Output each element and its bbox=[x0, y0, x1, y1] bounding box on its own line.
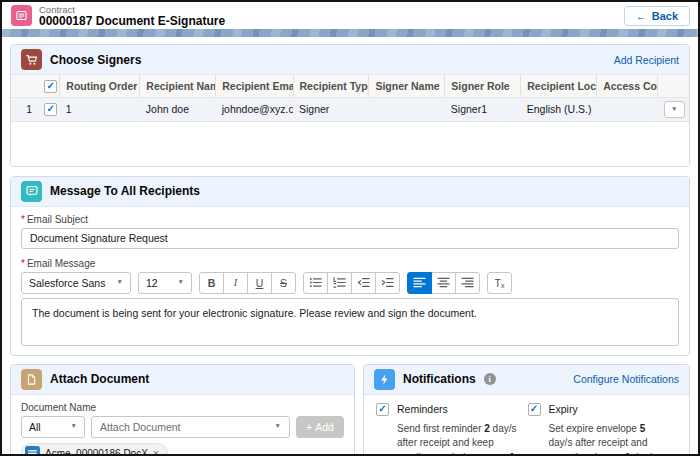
attach-controls: All ▼ Attach Document ▼ + Add bbox=[21, 416, 344, 438]
align-right-icon[interactable] bbox=[455, 272, 480, 294]
document-filter-select[interactable]: All ▼ bbox=[21, 416, 85, 438]
choose-signers-header: Choose Signers Add Recipient bbox=[11, 45, 689, 75]
attach-document-combobox[interactable]: Attach Document ▼ bbox=[91, 416, 290, 438]
record-header-text: Contract 00000187 Document E-Signature bbox=[39, 4, 225, 28]
alignment-group bbox=[407, 272, 480, 294]
configure-notifications-link[interactable]: Configure Notifications bbox=[573, 373, 679, 385]
message-title: Message To All Recipients bbox=[50, 184, 200, 198]
font-family-select[interactable]: Salesforce Sans ▼ bbox=[21, 272, 131, 294]
record-header: Contract 00000187 Document E-Signature bbox=[11, 4, 225, 28]
clear-format-group: Tₓ bbox=[487, 272, 512, 294]
reminders-option: ✓ Reminders Send first reminder 2 day/s … bbox=[376, 403, 528, 456]
attach-document-body: Document Name All ▼ Attach Document ▼ + bbox=[11, 395, 354, 456]
required-marker: * bbox=[21, 214, 25, 225]
row-actions-cell: ▼ bbox=[658, 97, 689, 121]
expiry-description: Set expire envelope 5 day/s after receip… bbox=[549, 422, 670, 456]
back-button-label: Back bbox=[652, 10, 678, 22]
reminders-checkbox[interactable]: ✓ bbox=[376, 403, 389, 416]
email-subject-label: *Email Subject bbox=[21, 214, 679, 225]
expiry-option: ✓ Expiry Set expire envelope 5 day/s aft… bbox=[528, 403, 680, 456]
chevron-down-icon: ▼ bbox=[275, 423, 281, 430]
info-icon[interactable]: i bbox=[484, 373, 496, 385]
attach-document-title: Attach Document bbox=[50, 372, 149, 386]
notifications-header: Notifications i Configure Notifications bbox=[364, 365, 689, 395]
choose-signers-card: Choose Signers Add Recipient ✓ Routing O… bbox=[10, 44, 690, 167]
back-arrow-icon: ← bbox=[636, 10, 647, 22]
cart-icon bbox=[21, 49, 42, 70]
align-center-icon[interactable] bbox=[431, 272, 456, 294]
message-body: *Email Subject *Email Message Salesforce… bbox=[11, 207, 689, 355]
add-document-button[interactable]: + Add bbox=[296, 416, 344, 438]
contract-icon bbox=[11, 5, 32, 26]
attached-file-name: Acme_00000186.DocX bbox=[45, 448, 148, 456]
signer-name-cell[interactable] bbox=[369, 97, 445, 121]
reminders-description: Send first reminder 2 day/s after receip… bbox=[397, 422, 518, 456]
remove-file-icon[interactable]: × bbox=[153, 448, 159, 456]
document-name-label: Document Name bbox=[21, 402, 344, 413]
recipient-email-cell[interactable]: johndoe@xyz.com bbox=[216, 97, 293, 121]
chevron-down-icon: ▼ bbox=[71, 423, 77, 430]
chevron-down-icon: ▼ bbox=[178, 279, 184, 286]
bottom-row: Attach Document Document Name All ▼ Atta… bbox=[10, 364, 690, 456]
main-content: Choose Signers Add Recipient ✓ Routing O… bbox=[2, 37, 698, 456]
row-actions-button[interactable]: ▼ bbox=[664, 101, 685, 118]
plus-icon: + bbox=[306, 421, 312, 433]
attach-document-card: Attach Document Document Name All ▼ Atta… bbox=[10, 364, 355, 456]
strikethrough-button[interactable]: S bbox=[271, 272, 296, 294]
chevron-down-icon: ▼ bbox=[117, 279, 123, 286]
select-all-checkbox[interactable]: ✓ bbox=[44, 80, 57, 93]
theme-banner bbox=[2, 29, 698, 37]
app-window: Contract 00000187 Document E-Signature ←… bbox=[0, 0, 700, 456]
row-number-header bbox=[11, 75, 38, 97]
col-recipient-type: Recipient Type bbox=[293, 75, 369, 97]
col-recipient-locale: Recipient Locale bbox=[521, 75, 597, 97]
message-header: Message To All Recipients bbox=[11, 177, 689, 207]
richtext-toolbar: Salesforce Sans ▼ 12 ▼ B I U S bbox=[21, 272, 679, 294]
underline-button[interactable]: U bbox=[247, 272, 272, 294]
italic-button[interactable]: I bbox=[223, 272, 248, 294]
email-message-editor[interactable]: The document is being sent for your elec… bbox=[21, 298, 679, 346]
bullet-list-icon[interactable] bbox=[303, 272, 328, 294]
access-code-cell[interactable] bbox=[597, 97, 658, 121]
text-style-group: B I U S bbox=[199, 272, 296, 294]
back-button[interactable]: ← Back bbox=[624, 6, 690, 26]
notifications-body: ✓ Reminders Send first reminder 2 day/s … bbox=[364, 395, 689, 456]
signer-role-cell[interactable]: Signer1 bbox=[445, 97, 521, 121]
recipient-name-cell[interactable]: John doe bbox=[140, 97, 216, 121]
col-actions bbox=[658, 75, 689, 97]
global-header: Contract 00000187 Document E-Signature ←… bbox=[2, 2, 698, 29]
add-recipient-link[interactable]: Add Recipient bbox=[614, 54, 679, 66]
recipient-type-cell[interactable]: Signer bbox=[293, 97, 369, 121]
chevron-down-icon: ▼ bbox=[671, 106, 677, 113]
row-select-cell: ✓ bbox=[38, 97, 60, 121]
expiry-label: Expiry bbox=[549, 403, 578, 415]
table-empty-area bbox=[11, 122, 689, 166]
reminders-label: Reminders bbox=[397, 403, 448, 415]
email-subject-input[interactable] bbox=[21, 228, 679, 249]
choose-signers-title: Choose Signers bbox=[50, 53, 141, 67]
font-size-select[interactable]: 12 ▼ bbox=[138, 272, 192, 294]
outdent-icon[interactable] bbox=[351, 272, 376, 294]
col-access-code: Access Code bbox=[597, 75, 658, 97]
select-all-header: ✓ bbox=[38, 75, 60, 97]
clear-format-button[interactable]: Tₓ bbox=[487, 272, 512, 294]
expiry-checkbox[interactable]: ✓ bbox=[528, 403, 541, 416]
align-left-icon[interactable] bbox=[407, 272, 432, 294]
indent-icon[interactable] bbox=[375, 272, 400, 294]
email-message-label: *Email Message bbox=[21, 258, 679, 269]
bold-button[interactable]: B bbox=[199, 272, 224, 294]
signer-row: 1 ✓ 1 John doe johndoe@xyz.com Signer Si… bbox=[11, 97, 689, 121]
recipient-locale-cell[interactable]: English (U.S.) bbox=[521, 97, 597, 121]
signers-table-header-row: ✓ Routing Order Recipient Name Recipient… bbox=[11, 75, 689, 97]
numbered-list-icon[interactable] bbox=[327, 272, 352, 294]
col-recipient-email: Recipient Email bbox=[216, 75, 293, 97]
notifications-title: Notifications bbox=[403, 372, 476, 386]
row-checkbox[interactable]: ✓ bbox=[44, 103, 57, 116]
document-icon bbox=[21, 369, 42, 390]
notifications-card: Notifications i Configure Notifications … bbox=[363, 364, 690, 456]
col-signer-name: Signer Name bbox=[369, 75, 445, 97]
col-routing-order: Routing Order bbox=[60, 75, 140, 97]
routing-order-cell[interactable]: 1 bbox=[60, 97, 140, 121]
attached-file-pill[interactable]: Acme_00000186.DocX × bbox=[21, 443, 168, 456]
message-icon bbox=[21, 181, 42, 202]
